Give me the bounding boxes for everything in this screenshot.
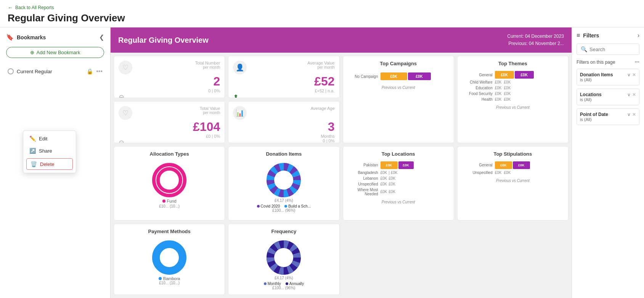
filter-locations-value: is (All) xyxy=(580,97,636,102)
pakistan-prev: £0K xyxy=(381,161,398,169)
total-value-minus-icon: ⊖ xyxy=(119,139,220,143)
share-label: Share xyxy=(39,148,52,154)
search-box: 🔍 xyxy=(577,43,639,55)
stipulation-general: General xyxy=(462,163,493,167)
top-stipulations-widget: Top Stipulations General £0K £0K Unspeci… xyxy=(457,146,569,221)
filters-header: ≡ Filters › xyxy=(577,32,639,39)
build-legend-label: Build a Sch... xyxy=(288,204,311,208)
theme-row-general: General £0K £0K xyxy=(462,71,564,79)
total-number-minus-icon: ⊖ xyxy=(119,93,220,98)
back-arrow-icon: ← xyxy=(8,5,13,11)
dashboard: Regular Giving Overview Current: 04 Dece… xyxy=(111,27,572,298)
kpi-average-age: 📊 Average Age 3 Months 0 | 0% ⊖ xyxy=(228,101,339,143)
filter-donation-clear[interactable]: ✕ xyxy=(632,72,636,77)
filter-locations-clear[interactable]: ✕ xyxy=(632,92,636,97)
filter-locations-chevron[interactable]: ∨ xyxy=(627,92,631,97)
theme-general-curr: £0K xyxy=(515,71,534,79)
add-bookmark-button[interactable]: ⊕ Add New Bookmark xyxy=(6,47,104,58)
filters-on-page-row: Filters on this page ••• xyxy=(577,60,639,65)
context-menu: ✏️ Edit ↗️ Share 🗑️ Delete xyxy=(23,130,76,173)
filter-locations-actions: ∨ ✕ xyxy=(627,92,636,97)
filters-title-row: ≡ Filters xyxy=(577,32,599,39)
dashboard-grid: ♡ Total Number per month 2 0 | 0% ⊖ xyxy=(111,53,572,298)
covid-legend-label: Covid 2020 xyxy=(261,204,280,208)
annually-legend-dot xyxy=(286,282,288,285)
bookmark-radio[interactable] xyxy=(8,68,14,74)
total-number-icon: ♡ xyxy=(119,61,132,74)
build-legend-dot xyxy=(284,205,287,208)
total-number-change: 0 | 0% xyxy=(119,89,220,93)
filter-date-name: Point of Date xyxy=(580,112,608,117)
campaigns-bar-chart: No Campaign £0K £0K xyxy=(348,71,449,82)
frequency-value1: £4.17 (4%) xyxy=(275,276,293,280)
average-age-change: 0 | 0% xyxy=(233,139,334,143)
top-themes-widget: Top Themes General £0K £0K Child Welfare xyxy=(457,56,569,143)
context-menu-share[interactable]: ↗️ Share xyxy=(23,145,76,157)
allocation-donut-container: Fund £10... (10...) xyxy=(119,160,220,211)
payment-donut-container: Bambora £10... (10...) xyxy=(119,237,220,288)
total-number-value: 2 xyxy=(119,74,220,89)
payment-methods-title: Payment Methods xyxy=(119,229,220,234)
per-month-label3: per month xyxy=(200,111,220,115)
dashboard-header: Regular Giving Overview Current: 04 Dece… xyxy=(111,27,572,53)
sidebar-title: Bookmarks xyxy=(17,34,46,40)
total-value-label: Total Value xyxy=(200,106,220,111)
filter-donation-name: Donation Items xyxy=(580,72,613,77)
search-input[interactable] xyxy=(589,47,635,52)
theme-label-education: Education xyxy=(462,86,493,90)
frequency-donut-chart xyxy=(267,240,301,275)
payment-donut-chart xyxy=(152,240,186,275)
stipulation-row-general: General £0K £0K xyxy=(462,161,564,169)
theme-label-food-security: Food Security xyxy=(462,92,493,96)
pakistan-curr: £0K xyxy=(398,161,414,169)
dashboard-dates: Current: 04 December 2023 Previous: 04 N… xyxy=(507,33,564,47)
theme-label-health: Health xyxy=(462,97,493,101)
themes-footer: Previous vs Current xyxy=(462,105,564,110)
context-menu-delete[interactable]: 🗑️ Delete xyxy=(26,158,73,170)
sidebar-collapse-button[interactable]: ❮ xyxy=(99,34,104,41)
allocation-value: £10... (10...) xyxy=(159,204,180,208)
filter-donation-chevron[interactable]: ∨ xyxy=(627,72,631,77)
campaign-bars: £0K £0K xyxy=(381,72,431,80)
share-icon: ↗️ xyxy=(29,148,36,154)
sidebar-header: 🔖 Bookmarks ❮ xyxy=(6,34,104,41)
location-row-bangladesh: Bangladesh £0K | £0K xyxy=(348,171,449,175)
allocation-donut-chart xyxy=(152,163,186,197)
donation-donut-chart xyxy=(267,163,301,197)
location-row-pakistan: Pakistan £0K £0K xyxy=(348,161,449,169)
campaign-curr-bar: £0K xyxy=(408,72,431,80)
total-value-value: £104 xyxy=(119,120,220,134)
svg-point-2 xyxy=(161,172,178,188)
filter-date-clear[interactable]: ✕ xyxy=(632,112,636,117)
bookmark-more-button[interactable]: ••• xyxy=(96,68,103,75)
campaign-prev-bar: £0K xyxy=(381,72,407,80)
average-value-value: £52 xyxy=(233,74,334,89)
average-value-icon: 👤 xyxy=(233,61,247,74)
bambora-legend-dot xyxy=(159,277,162,280)
top-stipulations-title: Top Stipulations xyxy=(462,151,564,157)
back-to-reports-link[interactable]: ← Back to All Reports xyxy=(8,5,636,11)
donation-items-widget: Donation Items £4.17 (4%) xyxy=(228,146,339,221)
payment-value1: £10... (10...) xyxy=(159,281,180,285)
filter-date-chevron[interactable]: ∨ xyxy=(627,112,631,117)
bookmark-icon: 🔖 xyxy=(6,34,14,41)
locations-bar-chart: Pakistan £0K £0K Bangladesh £0K | £0K xyxy=(348,160,449,198)
page-title: Regular Giving Overview xyxy=(8,12,636,24)
filter-date-value: is (All) xyxy=(580,117,636,122)
frequency-value2: £100... (96%) xyxy=(272,286,295,290)
kpi-average-value: 👤 Average Value per month £52 £+52 | n.a… xyxy=(228,56,339,98)
context-menu-edit[interactable]: ✏️ Edit xyxy=(23,132,76,145)
stipulation-unspecified: Unspecified xyxy=(462,171,493,175)
filters-on-page-label: Filters on this page xyxy=(577,60,615,65)
location-row-lebanon: Lebanon £0K £0K xyxy=(348,176,449,180)
theme-row-health: Health £0K £0K xyxy=(462,97,564,101)
donation-value1: £4.17 (4%) xyxy=(275,198,293,203)
theme-general-prev: £0K xyxy=(495,71,514,79)
search-icon: 🔍 xyxy=(581,46,587,52)
filters-expand-button[interactable]: › xyxy=(638,32,639,39)
filters-more-button[interactable]: ••• xyxy=(634,60,639,65)
stipulation-row-unspecified: Unspecified £0K £0K xyxy=(462,171,564,175)
kpi-total-number: ♡ Total Number per month 2 0 | 0% ⊖ xyxy=(114,56,225,98)
payment-methods-widget: Payment Methods Bambora £10... (10...) xyxy=(114,224,225,295)
kpi-total-value: ♡ Total Value per month £104 £0 | 0% ⊖ xyxy=(114,101,225,143)
